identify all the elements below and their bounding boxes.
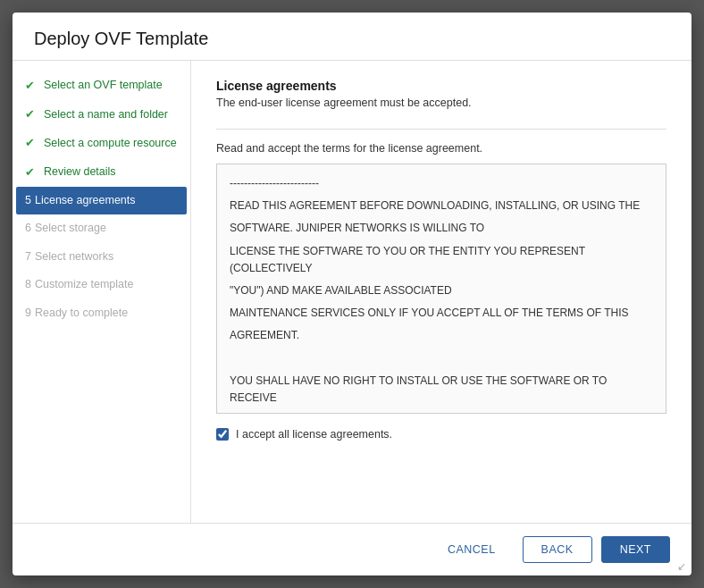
- divider: [216, 129, 666, 130]
- deploy-ovf-modal: Deploy OVF Template ✔ Select an OVF temp…: [13, 13, 691, 575]
- sidebar-label-step9: Ready to complete: [35, 306, 128, 322]
- main-content: License agreements The end-user license …: [191, 61, 691, 523]
- license-text-box[interactable]: ------------------------- READ THIS AGRE…: [216, 164, 666, 414]
- license-line4: LICENSE THE SOFTWARE TO YOU OR THE ENTIT…: [230, 243, 653, 277]
- cancel-button[interactable]: CANCEL: [430, 537, 514, 562]
- sidebar: ✔ Select an OVF template ✔ Select a name…: [13, 61, 191, 523]
- license-line2: READ THIS AGREEMENT BEFORE DOWNLOADING, …: [230, 197, 653, 214]
- sidebar-label-step2: Select a name and folder: [44, 107, 168, 123]
- step-number-7: 7: [25, 249, 31, 265]
- step-number-5: 5: [25, 193, 31, 209]
- sidebar-label-step6: Select storage: [35, 221, 106, 237]
- modal-header: Deploy OVF Template: [13, 13, 691, 61]
- instruction-text: Read and accept the terms for the licens…: [216, 142, 666, 155]
- sidebar-item-step4[interactable]: ✔ Review details: [13, 158, 190, 187]
- sidebar-label-step4: Review details: [44, 164, 116, 181]
- resize-handle[interactable]: ↙: [677, 561, 688, 572]
- sidebar-item-step7: 7 Select networks: [13, 243, 190, 272]
- sidebar-item-step9: 9 Ready to complete: [13, 299, 190, 328]
- license-line6: MAINTENANCE SERVICES ONLY IF YOU ACCEPT …: [230, 305, 653, 322]
- sidebar-label-step1: Select an OVF template: [44, 78, 163, 94]
- license-line5: "YOU") AND MAKE AVAILABLE ASSOCIATED: [230, 282, 653, 299]
- modal-title: Deploy OVF Template: [34, 29, 670, 49]
- step-number-9: 9: [25, 306, 31, 322]
- license-line1: -------------------------: [230, 175, 653, 192]
- step-number-8: 8: [25, 277, 31, 293]
- sidebar-item-step3[interactable]: ✔ Select a compute resource: [13, 129, 190, 157]
- back-button[interactable]: BACK: [523, 536, 592, 563]
- check-icon-step1: ✔: [25, 78, 35, 94]
- sidebar-item-step6: 6 Select storage: [13, 214, 190, 243]
- license-line3: SOFTWARE. JUNIPER NETWORKS IS WILLING TO: [230, 220, 653, 237]
- accept-license-label[interactable]: I accept all license agreements.: [236, 428, 392, 441]
- section-title: License agreements: [216, 79, 666, 93]
- license-line8: [230, 350, 653, 367]
- accept-checkbox-row: I accept all license agreements.: [216, 428, 666, 441]
- section-subtitle: The end-user license agreement must be a…: [216, 97, 666, 109]
- license-line9: YOU SHALL HAVE NO RIGHT TO INSTALL OR US…: [230, 373, 653, 407]
- accept-license-checkbox[interactable]: [216, 428, 229, 441]
- license-line7: AGREEMENT.: [230, 327, 653, 344]
- next-button[interactable]: NEXT: [601, 536, 670, 563]
- sidebar-label-step3: Select a compute resource: [44, 136, 177, 152]
- sidebar-item-step2[interactable]: ✔ Select a name and folder: [13, 100, 190, 129]
- sidebar-item-step8: 8 Customize template: [13, 271, 190, 299]
- step-number-6: 6: [25, 221, 31, 237]
- check-icon-step4: ✔: [25, 164, 35, 181]
- modal-footer: CANCEL BACK NEXT: [13, 523, 691, 575]
- modal-overlay: Deploy OVF Template ✔ Select an OVF temp…: [0, 0, 704, 588]
- sidebar-label-step7: Select networks: [35, 249, 113, 265]
- license-line10: ANY MAINTENANCE SERVICES THAT YOU MAY: [230, 412, 653, 414]
- sidebar-item-step1[interactable]: ✔ Select an OVF template: [13, 71, 190, 100]
- check-icon-step2: ✔: [25, 106, 35, 122]
- sidebar-label-step8: Customize template: [35, 277, 133, 293]
- sidebar-label-step5: License agreements: [35, 193, 136, 209]
- sidebar-item-step5[interactable]: 5 License agreements: [16, 187, 187, 215]
- check-icon-step3: ✔: [25, 135, 35, 151]
- modal-body: ✔ Select an OVF template ✔ Select a name…: [13, 61, 691, 523]
